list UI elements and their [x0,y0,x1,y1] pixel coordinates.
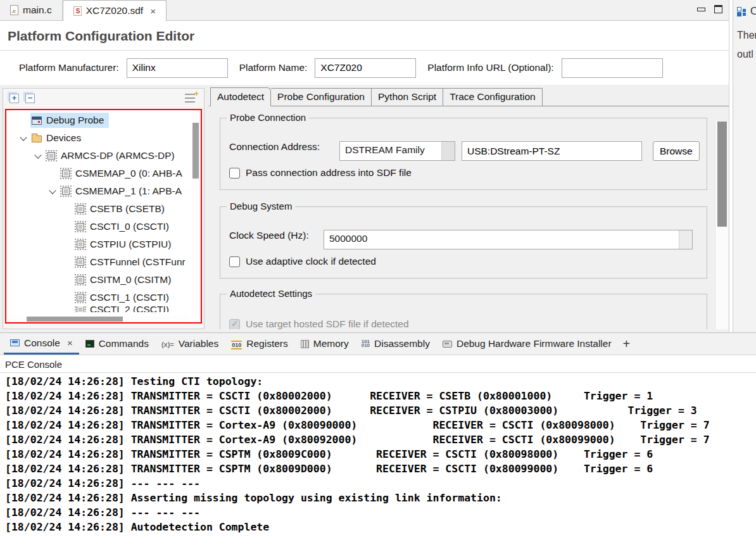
chip-icon [77,258,84,266]
console-line: [18/02/24 14:26:28] TRANSMITTER = Cortex… [5,418,756,432]
tree-item-body: CSETB (CSETB) [74,201,170,217]
view-tab-memory[interactable]: Memory [294,333,355,355]
close-icon[interactable]: × [67,337,73,348]
clock-speed-value: 5000000 [324,230,679,249]
tree-item[interactable]: CSCTI_0 (CSCTI) [6,218,191,236]
tree-item-label: CSETB (CSETB) [90,203,165,215]
outline-message: Ther outl [733,17,756,64]
view-tab-debug-hardware-firmware-installer[interactable]: Debug Hardware Firmware Installer [436,333,618,355]
expander-spacer [47,167,60,180]
maximize-icon[interactable] [714,5,722,13]
upper-region: main.cXC7Z020.sdf× Platform Configuratio… [0,0,756,332]
console-line: [18/02/24 14:26:28] TRANSMITTER = CSPTM … [5,462,756,476]
tree-item[interactable]: CSITM_0 (CSITM) [6,271,191,289]
chip-icon [77,223,84,230]
tree-item[interactable]: CSMEMAP_0 (0: AHB-A [6,165,191,182]
tree-item-body: ARMCS-DP (ARMCS-DP) [45,148,180,163]
tree-item-body: CSTPIU (CSTPIU) [74,237,176,252]
tree-item[interactable]: CSTFunnel (CSTFunr [6,253,191,271]
chip-icon [77,306,84,312]
view-tab-label: Debug Hardware Firmware Installer [457,338,612,349]
platform-manufacturer-field[interactable] [127,58,228,78]
outline-message-line: Ther [737,26,756,45]
tab-autodetect[interactable]: Autodetect [210,87,271,106]
combo-dropdown-button[interactable] [679,230,692,249]
tree-item-label: CSMEMAP_1 (1: APB-A [75,185,182,197]
tree-item[interactable]: CSCTI_1 (CSCTI) [6,289,191,306]
tree-item-body: CSCTI_2 (CSCTI) [74,306,174,312]
console-line: [18/02/24 14:26:28] Autodetection Comple… [5,520,756,534]
tree-item-label: CSTPIU (CSTPIU) [90,239,171,250]
editor-area: main.cXC7Z020.sdf× Platform Configuratio… [0,0,729,332]
scrollbar-thumb[interactable] [192,123,199,179]
new-view-plus-icon[interactable]: + [618,333,636,355]
platform-form: Platform Manufacturer: Platform Name: Pl… [0,51,729,85]
tree-item-label: CSTFunnel (CSTFunr [90,256,186,268]
scrollbar-thumb[interactable] [717,122,727,227]
view-tab-console[interactable]: Console× [4,333,79,355]
close-icon[interactable]: × [150,6,156,16]
tree-vertical-scrollbar[interactable] [192,110,199,315]
pass-address-checkbox-row[interactable]: Pass connection address into SDF file [229,167,412,179]
tree-item[interactable]: CSTPIU (CSTPIU) [6,236,191,253]
console-line: [18/02/24 14:26:28] TRANSMITTER = CSCTI … [5,389,756,403]
expander-spacer [61,238,74,251]
expander-spacer [61,203,74,215]
tree-item-body: Debug Probe [30,113,109,128]
chip-icon [77,294,84,301]
probe-family-combo[interactable]: DSTREAM Family [339,141,455,161]
adaptive-clock-checkbox[interactable] [229,256,240,267]
expander-spacer [61,256,74,268]
group-title: Debug System [227,201,295,211]
scrollbar-thumb[interactable] [27,317,123,322]
tree-horizontal-scrollbar[interactable] [6,316,191,322]
window-buttons [697,5,722,13]
platform-name-field[interactable] [315,58,416,78]
tab-probe-configuration[interactable]: Probe Configuration [271,88,372,106]
tree-item[interactable]: CSCTI_2 (CSCTI) [6,306,191,312]
adaptive-clock-label: Use adaptive clock if detected [246,256,376,267]
adaptive-clock-checkbox-row[interactable]: Use adaptive clock if detected [229,256,376,267]
connection-address-field[interactable] [462,141,642,161]
tree-item[interactable]: CSMEMAP_1 (1: APB-A [6,182,191,200]
tree-item[interactable]: Devices [6,129,191,147]
console-line: [18/02/24 14:26:28] --- --- --- [5,505,756,520]
console-line: [18/02/24 14:26:28] TRANSMITTER = Cortex… [5,432,756,447]
tree-item-body: Devices [30,130,86,146]
clock-speed-combo[interactable]: 5000000 [324,230,693,249]
platform-url-field[interactable] [562,58,663,78]
c-file-icon [10,5,18,15]
expand-all-icon[interactable]: + [9,94,19,103]
tree-item-body: CSCTI_0 (CSCTI) [74,219,174,234]
autodetect-settings-group: Autodetect Settings Use target hosted SD… [220,294,707,329]
config-vertical-scrollbar[interactable] [715,122,728,329]
console-output[interactable]: [18/02/24 14:26:28] Testing CTI topology… [0,373,756,534]
tree-item[interactable]: CSETB (CSETB) [6,200,191,218]
combo-dropdown-button[interactable] [441,142,455,160]
editor-tab[interactable]: XC7Z020.sdf× [63,0,167,21]
disassembly-icon [362,338,370,349]
tab-python-script[interactable]: Python Script [372,88,443,106]
chevron-down-icon[interactable] [47,185,60,198]
tree-item[interactable]: Debug Probe [6,111,191,129]
view-tab-variables[interactable]: Variables [155,333,225,355]
clock-speed-label: Clock Speed (Hz): [229,230,309,241]
tree-item[interactable]: ARMCS-DP (ARMCS-DP) [6,147,191,165]
pass-address-checkbox[interactable] [229,168,240,179]
console-region: Console×CommandsVariablesRegistersMemory… [0,332,756,547]
minimize-icon[interactable] [697,8,705,11]
target-hosted-sdf-checkbox-row: Use target hosted SDF file if detected [229,318,409,329]
browse-button[interactable]: Browse [653,141,700,161]
chevron-down-icon[interactable] [18,132,30,144]
chevron-down-icon[interactable] [32,149,45,162]
pass-address-label: Pass connection address into SDF file [246,167,412,179]
outline-message-line: outl [737,45,756,64]
tab-trace-configuration[interactable]: Trace Configuration [443,88,543,106]
view-tab-registers[interactable]: Registers [225,333,294,355]
add-device-icon[interactable] [185,94,195,103]
probe-connection-group: Probe Connection Connection Address: DST… [220,118,707,190]
view-tab-disassembly[interactable]: Disassembly [355,333,436,355]
view-tab-commands[interactable]: Commands [79,333,155,355]
editor-tab[interactable]: main.c [0,0,63,20]
collapse-all-icon[interactable]: − [25,94,35,103]
